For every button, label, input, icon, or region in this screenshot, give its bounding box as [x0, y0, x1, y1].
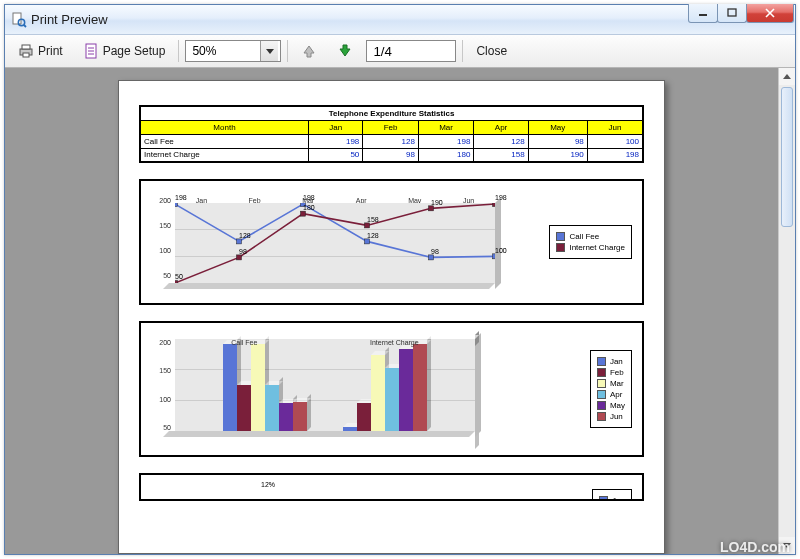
- legend-swatch: [599, 496, 608, 501]
- column-header: Apr: [474, 120, 528, 134]
- cell: 198: [308, 134, 362, 148]
- page-setup-button[interactable]: Page Setup: [76, 40, 173, 62]
- partial-chart: 12% Jan: [139, 473, 644, 501]
- scroll-track[interactable]: [779, 85, 795, 537]
- page-indicator-input[interactable]: [366, 40, 456, 62]
- legend-label: Jan: [612, 496, 625, 501]
- vertical-scrollbar[interactable]: [778, 68, 795, 554]
- cell: 50: [308, 148, 362, 162]
- next-page-button[interactable]: [330, 40, 360, 62]
- svg-line-2: [24, 25, 26, 27]
- row-label: Internet Charge: [140, 148, 308, 162]
- toolbar-separator: [287, 40, 288, 62]
- cell: 100: [587, 134, 643, 148]
- minimize-button[interactable]: [688, 4, 718, 23]
- page-setup-icon: [83, 43, 99, 59]
- cell: 198: [587, 148, 643, 162]
- preview-page: Telephone Expenditure Statistics Month J…: [118, 80, 665, 554]
- bar-chart: 20015010050 Call FeeInternet Charge JanF…: [139, 321, 644, 457]
- cell: 158: [474, 148, 528, 162]
- column-header: Mar: [418, 120, 473, 134]
- watermark-text: LO4D.com: [720, 539, 790, 555]
- y-axis: 20015010050: [149, 197, 171, 279]
- column-header: Jan: [308, 120, 362, 134]
- window-title: Print Preview: [31, 12, 689, 27]
- column-header: May: [528, 120, 587, 134]
- print-preview-window: Print Preview Print: [4, 4, 796, 555]
- arrow-down-icon: [337, 43, 353, 59]
- svg-rect-0: [13, 13, 21, 24]
- plot-background: [175, 339, 475, 431]
- legend-label: Internet Charge: [569, 243, 625, 252]
- close-label: Close: [476, 44, 507, 58]
- bars-wrap: [175, 339, 475, 431]
- print-button[interactable]: Print: [11, 40, 70, 62]
- titlebar: Print Preview: [5, 5, 795, 35]
- bar-chart-legend: JanFebMarAprMayJun: [590, 350, 632, 428]
- toolbar-separator: [462, 40, 463, 62]
- table-row: Internet Charge 50 98 180 158 190 198: [140, 148, 643, 162]
- table-row: Call Fee 198 128 198 128 98 100: [140, 134, 643, 148]
- bar-plot-area: 20015010050 Call FeeInternet Charge: [175, 339, 475, 449]
- close-preview-button[interactable]: Close: [469, 41, 514, 61]
- statistics-table: Telephone Expenditure Statistics Month J…: [139, 105, 644, 163]
- data-labels: 198128198128981005098180158190198: [175, 203, 495, 283]
- maximize-button[interactable]: [717, 4, 747, 23]
- legend-swatch: [556, 232, 565, 241]
- magnifier-page-icon: [11, 12, 27, 28]
- column-header: Feb: [363, 120, 419, 134]
- table-title: Telephone Expenditure Statistics: [140, 106, 643, 120]
- printer-icon: [18, 43, 34, 59]
- scroll-up-icon[interactable]: [779, 68, 795, 85]
- cell: 128: [474, 134, 528, 148]
- arrow-up-icon: [301, 43, 317, 59]
- table-header-row: Month Jan Feb Mar Apr May Jun: [140, 120, 643, 134]
- cell: 128: [363, 134, 419, 148]
- prev-page-button[interactable]: [294, 40, 324, 62]
- svg-rect-4: [728, 9, 736, 16]
- scroll-thumb[interactable]: [781, 87, 793, 227]
- line-chart-legend: Call Fee Internet Charge: [549, 225, 632, 259]
- toolbar: Print Page Setup 50%: [5, 35, 795, 68]
- page-setup-label: Page Setup: [103, 44, 166, 58]
- legend-label: Call Fee: [569, 232, 599, 241]
- chevron-down-icon: [260, 41, 278, 61]
- line-plot-area: 20015010050 1981281981289810050981801581…: [175, 197, 495, 297]
- column-header: Month: [140, 120, 308, 134]
- svg-rect-8: [22, 45, 30, 49]
- y-axis: 20015010050: [149, 339, 171, 431]
- cell: 198: [418, 134, 473, 148]
- cell: 180: [418, 148, 473, 162]
- toolbar-separator: [178, 40, 179, 62]
- preview-content: Telephone Expenditure Statistics Month J…: [5, 68, 795, 554]
- line-chart: 20015010050 1981281981289810050981801581…: [139, 179, 644, 305]
- row-label: Call Fee: [140, 134, 308, 148]
- svg-rect-9: [23, 53, 29, 57]
- data-label: 12%: [261, 481, 275, 488]
- close-button[interactable]: [746, 4, 794, 23]
- preview-viewport[interactable]: Telephone Expenditure Statistics Month J…: [5, 68, 778, 554]
- print-label: Print: [38, 44, 63, 58]
- legend-swatch: [556, 243, 565, 252]
- zoom-combo[interactable]: 50%: [185, 40, 281, 62]
- partial-chart-legend: Jan: [592, 489, 632, 501]
- cell: 98: [363, 148, 419, 162]
- x-axis: Call FeeInternet Charge: [175, 339, 475, 346]
- column-header: Jun: [587, 120, 643, 134]
- zoom-value: 50%: [192, 44, 216, 58]
- cell: 98: [528, 134, 587, 148]
- cell: 190: [528, 148, 587, 162]
